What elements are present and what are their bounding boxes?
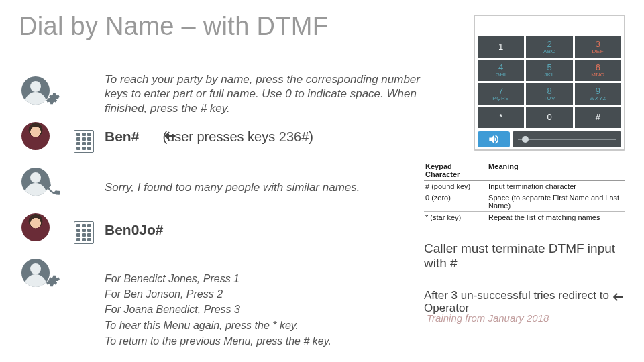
keypad-volume-bar [478, 131, 621, 148]
entry-digits: 236# [279, 129, 309, 144]
keypad-key-2[interactable]: 2ABC [526, 36, 572, 58]
slide: Dial by Name – with DTMF [0, 0, 644, 362]
menu-line: To hear this Menu again, press the * key… [105, 318, 331, 333]
keypad-key-letters: JKL [544, 72, 554, 78]
avatar-icon [21, 213, 50, 241]
menu-line: To return to the previous Menu, press th… [105, 333, 331, 349]
keypad-grid: 12ABC3DEF4GHI5JKL6MNO7PQRS8TUV9WXYZ*0# [478, 36, 621, 128]
keypad-key-letters: DEF [592, 48, 604, 54]
keypad: 12ABC3DEF4GHI5JKL6MNO7PQRS8TUV9WXYZ*0# [474, 15, 625, 151]
keypad-key-9[interactable]: 9WXYZ [575, 83, 621, 105]
table-cell: Space (to separate First Name and Last N… [487, 192, 625, 212]
keypad-key-digit: 4 [498, 64, 503, 72]
watermark: Training from January 2018 [427, 312, 621, 324]
gear-icon [46, 91, 60, 106]
keypad-key-letters: GHI [496, 72, 506, 78]
keypad-key-letters: WXYZ [590, 95, 606, 101]
keypad-key-5[interactable]: 5JKL [526, 60, 572, 81]
keypad-key-digit: 8 [547, 87, 551, 95]
keypad-key-0[interactable]: 0 [526, 107, 572, 128]
table-header: Keypad Character [424, 161, 487, 180]
keypad-key-#[interactable]: # [575, 107, 621, 128]
caller-entry-2: Ben0Jo# [105, 222, 164, 238]
table-cell: Input termination character [487, 180, 625, 192]
keypad-key-4[interactable]: 4GHI [478, 60, 524, 81]
keypad-key-digit: 2 [547, 40, 551, 48]
keypad-key-digit: * [499, 113, 502, 121]
dialpad-icon [74, 221, 94, 244]
keypad-key-digit: 5 [547, 64, 551, 72]
keypad-key-digit: 9 [596, 87, 600, 95]
page-title: Dial by Name – with DTMF [19, 12, 328, 41]
keypad-key-letters: ABC [543, 48, 555, 54]
table-cell: * (star key) [424, 212, 487, 223]
avatar-icon [21, 122, 50, 150]
system-icon-row [21, 255, 95, 299]
keypad-key-*[interactable]: * [478, 107, 524, 128]
table-cell: # (pound key) [424, 180, 487, 192]
keypad-key-digit: 6 [596, 64, 600, 72]
menu-line: For Benedict Jones, Press 1 [105, 271, 331, 286]
caller-entry-1: Ben# (user presses keys 236#) [105, 129, 313, 145]
table-cell: Repeat the list of matching names [487, 212, 625, 223]
keypad-display [479, 19, 620, 34]
keypad-key-digit: 0 [547, 113, 551, 121]
caller-icon-row [21, 209, 95, 253]
keypad-key-digit: 7 [498, 87, 503, 95]
keypad-key-digit: 1 [498, 43, 503, 51]
caller-icon-row [21, 118, 95, 162]
system-icon-row [21, 164, 95, 208]
table-header: Meaning [487, 161, 625, 180]
keypad-key-1[interactable]: 1 [478, 36, 524, 58]
keypad-key-7[interactable]: 7PQRS [478, 83, 524, 105]
arrow-left-icon [162, 128, 178, 144]
system-prompt-2: Sorry, I found too many people with simi… [105, 181, 360, 194]
keypad-meaning-table: Keypad Character Meaning # (pound key) I… [424, 161, 625, 223]
arrow-left-icon [610, 290, 625, 304]
system-prompt-3: For Benedict Jones, Press 1 For Ben Jons… [105, 271, 331, 349]
keypad-key-8[interactable]: 8TUV [526, 83, 572, 105]
note-redirect-text: After 3 un-successful tries redirect to … [424, 289, 609, 314]
volume-slider[interactable] [513, 131, 621, 147]
note-dtmf-terminate: Caller must terminate DTMF input with # [424, 241, 625, 271]
entry-hint-prefix: (user presses keys [162, 129, 278, 144]
gear-icon [46, 274, 60, 288]
table-cell: 0 (zero) [424, 192, 487, 212]
note-redirect: After 3 un-successful tries redirect to … [424, 290, 625, 314]
menu-line: For Ben Jonson, Press 2 [105, 286, 331, 302]
system-prompt-1: To reach your party by name, press the c… [105, 72, 427, 115]
speaker-button[interactable] [478, 131, 510, 147]
keypad-key-3[interactable]: 3DEF [575, 36, 621, 58]
dialpad-icon [74, 130, 94, 153]
system-icon-row [21, 72, 95, 117]
keypad-key-letters: TUV [543, 95, 555, 101]
keypad-key-letters: MNO [591, 72, 604, 78]
keypad-key-digit: # [596, 113, 600, 121]
keypad-key-letters: PQRS [492, 95, 509, 101]
entry-hint-suffix: ) [309, 129, 313, 144]
keypad-key-6[interactable]: 6MNO [575, 60, 621, 81]
menu-line: For Joana Benedict, Press 3 [105, 302, 331, 317]
phone-icon [44, 180, 62, 197]
typed-text: Ben# [105, 129, 139, 144]
keypad-key-digit: 3 [596, 40, 600, 48]
participant-icons [21, 72, 95, 300]
